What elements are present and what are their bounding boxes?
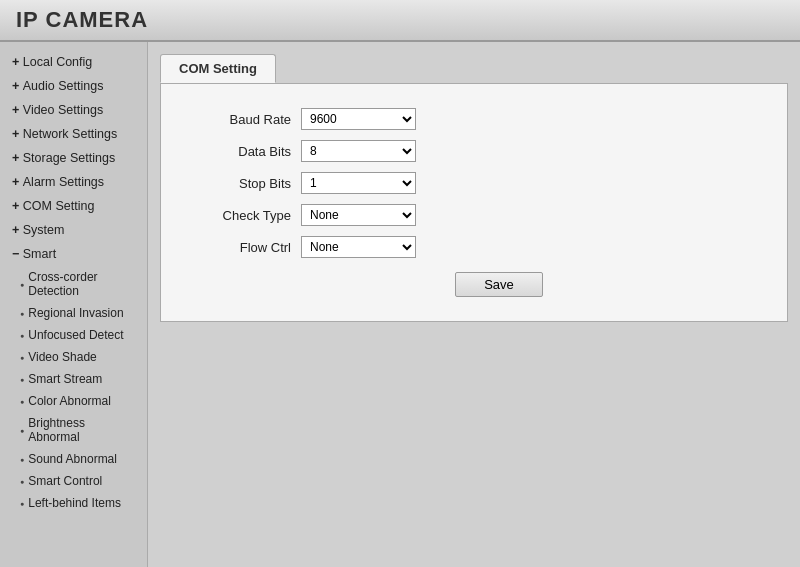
check-type-select[interactable]: None Odd Even Mark Space (301, 204, 416, 226)
flow-ctrl-label: Flow Ctrl (201, 240, 291, 255)
check-type-row: Check Type None Odd Even Mark Space (201, 204, 747, 226)
tab-com-setting[interactable]: COM Setting (160, 54, 276, 83)
save-button[interactable]: Save (455, 272, 543, 297)
sidebar-item-storage-settings[interactable]: Storage Settings (0, 146, 147, 170)
sidebar-item-smart[interactable]: Smart (0, 242, 147, 266)
data-bits-label: Data Bits (201, 144, 291, 159)
data-bits-row: Data Bits 5 6 7 8 (201, 140, 747, 162)
content-area: COM Setting Baud Rate 9600 19200 38400 5… (148, 42, 800, 567)
sidebar-item-alarm-settings[interactable]: Alarm Settings (0, 170, 147, 194)
baud-rate-select[interactable]: 9600 19200 38400 57600 115200 (301, 108, 416, 130)
sidebar-subitem-video-shade[interactable]: Video Shade (0, 346, 147, 368)
save-row: Save (251, 272, 747, 297)
sidebar-subitem-color-abnormal[interactable]: Color Abnormal (0, 390, 147, 412)
header: IP CAMERA (0, 0, 800, 42)
stop-bits-select[interactable]: 1 1.5 2 (301, 172, 416, 194)
main-layout: Local Config Audio Settings Video Settin… (0, 42, 800, 567)
data-bits-select[interactable]: 5 6 7 8 (301, 140, 416, 162)
sidebar-item-com-setting[interactable]: COM Setting (0, 194, 147, 218)
sidebar-subitem-brightness-abnormal[interactable]: Brightness Abnormal (0, 412, 147, 448)
sidebar-item-network-settings[interactable]: Network Settings (0, 122, 147, 146)
app-title: IP CAMERA (16, 7, 148, 33)
sidebar-subitem-sound-abnormal[interactable]: Sound Abnormal (0, 448, 147, 470)
sidebar: Local Config Audio Settings Video Settin… (0, 42, 148, 567)
sidebar-subitem-unfocused-detect[interactable]: Unfocused Detect (0, 324, 147, 346)
baud-rate-row: Baud Rate 9600 19200 38400 57600 115200 (201, 108, 747, 130)
sidebar-subitem-cross-corder[interactable]: Cross-corder Detection (0, 266, 147, 302)
sidebar-subitem-left-behind-items[interactable]: Left-behind Items (0, 492, 147, 514)
flow-ctrl-row: Flow Ctrl None Hardware Software (201, 236, 747, 258)
sidebar-subitem-smart-control[interactable]: Smart Control (0, 470, 147, 492)
sidebar-item-video-settings[interactable]: Video Settings (0, 98, 147, 122)
flow-ctrl-select[interactable]: None Hardware Software (301, 236, 416, 258)
sidebar-subitem-smart-stream[interactable]: Smart Stream (0, 368, 147, 390)
sidebar-subitem-regional-invasion[interactable]: Regional Invasion (0, 302, 147, 324)
stop-bits-row: Stop Bits 1 1.5 2 (201, 172, 747, 194)
tab-bar: COM Setting (160, 54, 788, 83)
baud-rate-label: Baud Rate (201, 112, 291, 127)
sidebar-item-local-config[interactable]: Local Config (0, 50, 147, 74)
settings-panel: Baud Rate 9600 19200 38400 57600 115200 … (160, 83, 788, 322)
sidebar-item-audio-settings[interactable]: Audio Settings (0, 74, 147, 98)
stop-bits-label: Stop Bits (201, 176, 291, 191)
check-type-label: Check Type (201, 208, 291, 223)
sidebar-item-system[interactable]: System (0, 218, 147, 242)
